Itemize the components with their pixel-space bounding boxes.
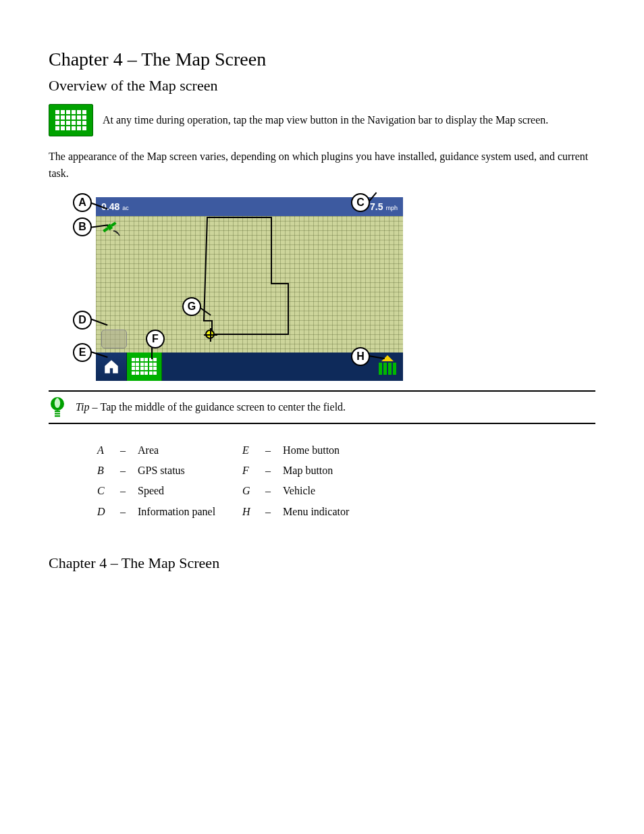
section-title: Overview of the Map screen bbox=[49, 77, 595, 95]
legend-item: C–Speed bbox=[97, 481, 215, 501]
callout-b: B bbox=[73, 217, 92, 236]
legend-label: Speed bbox=[138, 481, 164, 501]
tip-callout: Tip – Tap the middle of the guidance scr… bbox=[49, 390, 595, 424]
legend-key: A bbox=[97, 440, 113, 461]
legend-key: D bbox=[97, 502, 113, 522]
tip-body: Tap the middle of the guidance screen to… bbox=[100, 401, 346, 413]
tip-label: Tip – bbox=[76, 401, 100, 413]
map-view-button-icon bbox=[49, 104, 93, 136]
legend-item: D–Information panel bbox=[97, 502, 215, 522]
legend-item: A–Area bbox=[97, 440, 215, 461]
field-boundary bbox=[96, 216, 403, 353]
legend-label: Information panel bbox=[138, 502, 215, 522]
speed-value: 7.5 bbox=[370, 201, 383, 212]
legend-dash: – bbox=[265, 440, 276, 461]
legend-label: Map button bbox=[283, 461, 333, 481]
legend-dash: – bbox=[120, 502, 131, 522]
callout-f: F bbox=[146, 330, 165, 348]
legend-key: G bbox=[242, 481, 259, 501]
legend-dash: – bbox=[120, 440, 131, 461]
grid-icon bbox=[132, 358, 157, 375]
legend-item: B–GPS status bbox=[97, 461, 215, 481]
speed-unit: mph bbox=[385, 205, 398, 211]
home-button[interactable] bbox=[96, 353, 127, 381]
callout-a: A bbox=[73, 193, 92, 212]
legend-dash: – bbox=[265, 481, 276, 501]
intro-paragraph: At any time during operation, tap the ma… bbox=[103, 112, 548, 128]
callout-g: G bbox=[182, 297, 201, 316]
menu-bars-icon bbox=[379, 363, 396, 375]
gps-status-icon bbox=[100, 219, 120, 236]
svg-rect-4 bbox=[55, 411, 60, 412]
chapter-footer: Chapter 4 – The Map Screen bbox=[49, 554, 595, 572]
legend-dash: – bbox=[265, 461, 276, 481]
legend-dash: – bbox=[120, 481, 131, 501]
callout-e: E bbox=[73, 343, 92, 362]
legend-label: GPS status bbox=[138, 461, 185, 481]
body-paragraph: The appearance of the Map screen varies,… bbox=[49, 149, 595, 182]
svg-rect-6 bbox=[55, 415, 60, 417]
legend-label: Home button bbox=[283, 440, 340, 461]
home-icon bbox=[103, 358, 120, 375]
tip-bulb-icon bbox=[49, 396, 66, 419]
area-readout: 0.48 ac bbox=[101, 201, 129, 212]
map-canvas[interactable] bbox=[96, 216, 403, 353]
map-button[interactable] bbox=[127, 353, 162, 381]
page-title: Chapter 4 – The Map Screen bbox=[49, 49, 595, 70]
info-panel[interactable] bbox=[101, 330, 127, 348]
legend-label: Menu indicator bbox=[283, 502, 349, 522]
callout-c: C bbox=[351, 193, 370, 212]
callout-h: H bbox=[351, 347, 370, 366]
legend-key: F bbox=[242, 461, 259, 481]
grid-icon bbox=[55, 110, 86, 130]
legend-label: Vehicle bbox=[283, 481, 315, 501]
tip-text: Tip – Tap the middle of the guidance scr… bbox=[76, 401, 346, 413]
speed-readout: 7.5 mph bbox=[370, 201, 398, 212]
area-unit: ac bbox=[122, 205, 129, 211]
legend-label: Area bbox=[138, 440, 159, 461]
legend-item: G–Vehicle bbox=[242, 481, 349, 501]
svg-rect-5 bbox=[55, 413, 60, 414]
legend-key: E bbox=[242, 440, 259, 461]
callout-d: D bbox=[73, 311, 92, 330]
figure-legend: A–AreaB–GPS statusC–SpeedD–Information p… bbox=[97, 440, 595, 523]
map-screen-figure: A B C D E F G H 0.48 ac 7.5 mph bbox=[96, 197, 403, 381]
legend-key: B bbox=[97, 461, 113, 481]
legend-dash: – bbox=[120, 461, 131, 481]
legend-item: E–Home button bbox=[242, 440, 349, 461]
legend-item: F–Map button bbox=[242, 461, 349, 481]
vehicle-marker bbox=[205, 330, 215, 339]
legend-key: C bbox=[97, 481, 113, 501]
legend-item: H–Menu indicator bbox=[242, 502, 349, 522]
legend-dash: – bbox=[265, 502, 276, 522]
legend-key: H bbox=[242, 502, 259, 522]
